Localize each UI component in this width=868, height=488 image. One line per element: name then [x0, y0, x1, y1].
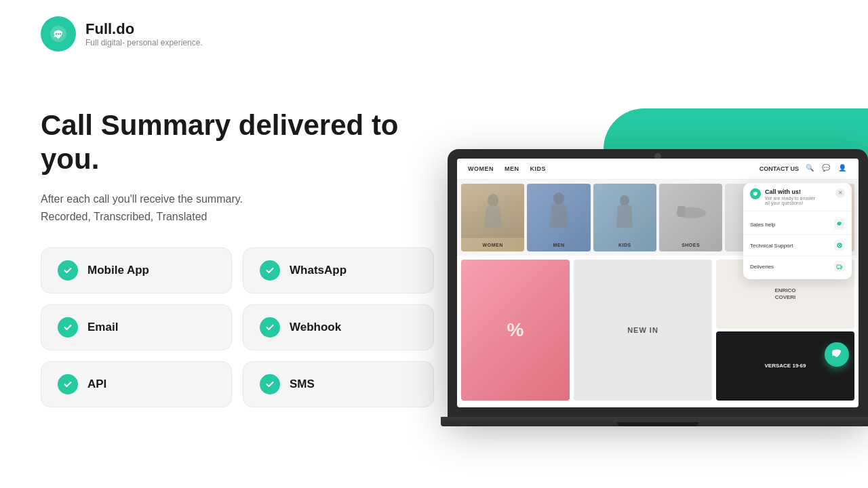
product-shoes: SHOES	[659, 184, 722, 251]
svg-point-5	[553, 192, 564, 205]
chat-icon: 💬	[822, 164, 831, 174]
product-men: MEN	[527, 184, 590, 251]
product-women: WOMEN	[461, 184, 524, 251]
brand-enrico-text: ENRICOCOVERI	[774, 287, 795, 302]
logo-title: Full.do	[85, 20, 203, 38]
nav-men: MEN	[505, 165, 519, 172]
subtitle-2: Recorded, Transcribed, Translated	[41, 211, 434, 223]
feature-label-whatsapp: WhatsApp	[290, 264, 347, 277]
chat-option-sales[interactable]: Sales help	[743, 214, 852, 235]
user-icon: 👤	[838, 164, 848, 174]
svg-point-2	[58, 33, 59, 35]
chat-options: Sales help Technical Support	[743, 211, 852, 279]
feature-api[interactable]: API	[41, 361, 232, 407]
feature-email[interactable]: Email	[41, 304, 232, 350]
site-nav-left: WOMEN MEN KIDS	[468, 165, 546, 172]
close-icon: ✕	[838, 190, 843, 196]
chat-option-sales-icon	[834, 219, 845, 230]
nav-contact: CONTACT US	[760, 165, 799, 172]
logo-icon	[41, 16, 76, 52]
chat-option-deliveries-icon	[834, 261, 845, 272]
svg-point-17	[837, 353, 839, 354]
feature-sms[interactable]: SMS	[243, 361, 434, 407]
laptop-base	[441, 417, 868, 426]
chat-header-icon	[750, 188, 761, 199]
site-nav: WOMEN MEN KIDS CONTACT US 🔍 💬 👤	[457, 159, 859, 180]
brand-versace-text: VERSACE 19·69	[765, 363, 806, 369]
website-mock: WOMEN MEN KIDS CONTACT US 🔍 💬 👤	[457, 159, 859, 407]
product-kids: KIDS	[593, 184, 656, 251]
feature-label-api: API	[87, 378, 106, 391]
chat-widget[interactable]: Call with us! We are ready to answerall …	[743, 183, 852, 279]
header: Full.do Full digital- personal experienc…	[0, 0, 868, 68]
svg-point-3	[60, 33, 61, 35]
chat-option-support-icon	[834, 240, 845, 251]
check-icon-mobile-app	[58, 260, 78, 281]
feature-label-sms: SMS	[290, 378, 315, 391]
subtitle-1: After each call you'll receive the summa…	[41, 193, 434, 205]
check-icon-sms	[260, 374, 280, 394]
site-nav-right: CONTACT US 🔍 💬 👤	[760, 164, 848, 174]
main-heading: Call Summary delivered to you.	[41, 108, 434, 177]
logo-subtitle: Full digital- personal experience.	[85, 38, 203, 47]
search-icon: 🔍	[806, 164, 815, 174]
product-label-women: WOMEN	[461, 243, 524, 247]
feature-mobile-app[interactable]: Mobile App	[41, 247, 232, 293]
svg-point-1	[56, 33, 57, 35]
chat-option-support[interactable]: Technical Support	[743, 235, 852, 256]
laptop-frame: WOMEN MEN KIDS CONTACT US 🔍 💬 👤	[448, 149, 868, 417]
product-label-men: MEN	[527, 243, 590, 247]
svg-point-4	[488, 194, 498, 207]
new-in-label: NEW IN	[627, 326, 658, 334]
feature-label-mobile-app: Mobile App	[87, 264, 149, 277]
check-icon-email	[58, 317, 78, 338]
check-icon-api	[58, 374, 78, 394]
brand-cards: ENRICOCOVERI VERSACE 19·69	[716, 260, 854, 401]
svg-point-16	[836, 353, 837, 354]
chat-option-deliveries-label: Deliveries	[750, 264, 774, 270]
chat-header: Call with us! We are ready to answerall …	[743, 183, 852, 211]
nav-kids: KIDS	[530, 165, 547, 172]
logo-text: Full.do Full digital- personal experienc…	[85, 20, 203, 47]
check-icon-webhook	[260, 317, 280, 338]
svg-point-13	[837, 268, 839, 270]
svg-point-6	[620, 195, 629, 206]
left-content: Call Summary delivered to you. After eac…	[41, 108, 434, 407]
check-icon-whatsapp	[260, 260, 280, 281]
right-area: WOMEN MEN KIDS CONTACT US 🔍 💬 👤	[420, 68, 868, 461]
chat-option-support-label: Technical Support	[750, 243, 793, 249]
feature-label-webhook: Webhook	[290, 321, 341, 334]
feature-webhook[interactable]: Webhook	[243, 304, 434, 350]
product-label-shoes: SHOES	[659, 243, 722, 247]
feature-grid: Mobile App WhatsApp Email	[41, 247, 434, 407]
feature-label-email: Email	[87, 321, 118, 334]
svg-rect-12	[837, 265, 841, 268]
laptop-mockup: WOMEN MEN KIDS CONTACT US 🔍 💬 👤	[448, 149, 868, 434]
svg-point-15	[834, 353, 835, 354]
svg-rect-8	[677, 206, 686, 217]
new-in-section: NEW IN	[574, 260, 712, 401]
svg-point-14	[840, 268, 842, 270]
chat-option-deliveries[interactable]: Deliveries	[743, 256, 852, 277]
feature-whatsapp[interactable]: WhatsApp	[243, 247, 434, 293]
laptop-screen: WOMEN MEN KIDS CONTACT US 🔍 💬 👤	[457, 159, 859, 407]
chat-subtitle: We are ready to answerall your questions…	[765, 196, 835, 205]
site-promo: %	[461, 260, 570, 401]
chat-close-button[interactable]: ✕	[835, 188, 845, 198]
chat-title: Call with us!	[765, 188, 835, 195]
chat-fab-button[interactable]	[825, 342, 849, 367]
chat-option-sales-label: Sales help	[750, 222, 775, 228]
nav-women: WOMEN	[468, 165, 494, 172]
product-label-kids: KIDS	[593, 243, 656, 247]
chat-header-text: Call with us! We are ready to answerall …	[765, 188, 835, 205]
